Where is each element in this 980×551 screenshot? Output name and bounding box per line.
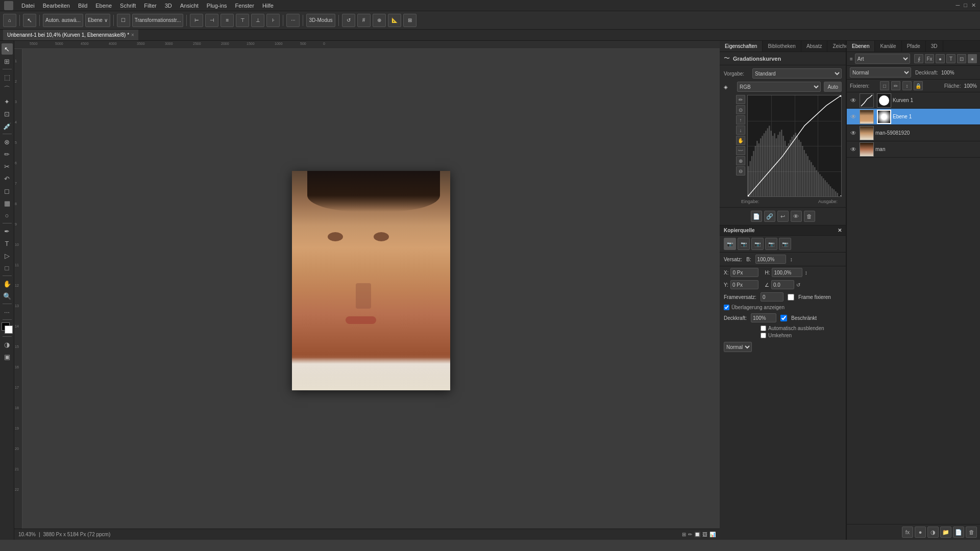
umkehren-checkbox[interactable] (761, 333, 766, 338)
more-tools-btn[interactable]: ··· (2, 306, 13, 317)
history-brush-tool[interactable]: ↶ (2, 173, 13, 184)
path-select-tool[interactable]: ▷ (2, 250, 13, 261)
layer-visibility-kurven[interactable]: 👁 (849, 96, 858, 105)
x-input[interactable] (730, 268, 758, 277)
add-mask-btn[interactable]: ● (915, 527, 926, 538)
auton-btn[interactable]: Auton. auswä... (43, 14, 83, 27)
menu-hilfe[interactable]: Hilfe (262, 3, 274, 9)
curves-tool-4[interactable]: ↓ (736, 126, 745, 135)
lock-all[interactable]: 🔒 (914, 81, 923, 90)
align-top-btn[interactable]: ⊤ (236, 14, 249, 27)
kop-btn-1[interactable]: 📷 (724, 238, 736, 250)
y-input[interactable] (730, 280, 758, 289)
channel-select[interactable]: RGB (737, 82, 821, 92)
lock-trans[interactable]: □ (880, 81, 889, 90)
dodge-tool[interactable]: ○ (2, 210, 13, 221)
kop-btn-3[interactable]: 📷 (751, 238, 764, 250)
transform-btn[interactable]: Transformationsstr... (132, 14, 184, 27)
new-adj-btn[interactable]: ◑ (927, 527, 939, 538)
marquee-tool[interactable]: ⬚ (2, 71, 13, 83)
frameversatz-input[interactable] (761, 292, 783, 302)
auto-btn[interactable]: Auto (824, 82, 842, 92)
curves-tool-6[interactable]: 〰 (736, 146, 745, 155)
statusbar-btn4[interactable]: 🖼 (702, 532, 707, 537)
move-tool[interactable]: ↖ (2, 43, 13, 55)
curves-tool-1[interactable]: ✏ (736, 95, 745, 104)
menu-3d[interactable]: 3D (165, 3, 172, 9)
vorgabe-select[interactable]: Standard (752, 68, 842, 79)
angle-reset[interactable]: ↺ (796, 282, 800, 288)
home-button[interactable]: ⌂ (3, 14, 16, 27)
tab-ebenen[interactable]: Ebenen (847, 41, 875, 52)
menu-bearbeiten[interactable]: Bearbeiten (43, 3, 70, 9)
curves-tool-7[interactable]: ⊕ (736, 156, 745, 165)
curves-tool-3[interactable]: ↑ (736, 115, 745, 124)
screen-mode-btn[interactable]: ▣ (2, 351, 13, 362)
curves-graph[interactable] (747, 95, 842, 197)
canvas-area[interactable] (22, 57, 720, 548)
menu-filter[interactable]: Filter (144, 3, 156, 9)
window-minimize[interactable]: ─ (956, 2, 960, 9)
layer-item-man59[interactable]: 👁 man-59081920 (847, 125, 980, 141)
uberlagerung-checkbox[interactable] (724, 305, 729, 310)
quick-mask-btn[interactable]: ◑ (2, 339, 13, 350)
snap-btn[interactable]: ⊕ (373, 14, 386, 27)
filter-btn-1[interactable]: ∮ (914, 54, 923, 63)
document-tab[interactable]: Unbenannt-1 bei 10,4% (Kurven 1, Ebenenm… (3, 30, 138, 40)
menu-ansicht[interactable]: Ansicht (180, 3, 199, 9)
statusbar-btn2[interactable]: ✏ (688, 532, 692, 537)
move-tool-btn[interactable]: ↖ (23, 14, 36, 27)
kop-btn-2[interactable]: 📷 (738, 238, 750, 250)
beschrankt-checkbox[interactable] (780, 315, 787, 321)
3d-mode-btn[interactable]: 3D-Modus (306, 14, 335, 27)
curves-tool-5[interactable]: ✋ (736, 136, 745, 145)
layer-item-ebene1[interactable]: 👁 Ebene 1 (847, 109, 980, 125)
foreground-color[interactable] (2, 322, 13, 334)
delete-layer-btn[interactable]: 🗑 (966, 527, 977, 538)
lasso-tool[interactable]: ⌒ (2, 84, 13, 95)
window-close[interactable]: ✕ (971, 2, 976, 9)
icon-btn-4[interactable]: 👁 (791, 211, 802, 222)
layer-item-kurven[interactable]: 👁 Kurven 1 (847, 92, 980, 109)
quick-select-tool[interactable]: ✦ (2, 96, 13, 107)
statusbar-btn5[interactable]: 📊 (709, 532, 716, 537)
window-maximize[interactable]: □ (964, 2, 967, 9)
deckkraft-input[interactable] (751, 313, 776, 322)
brush-tool[interactable]: ✏ (2, 148, 13, 160)
icon-btn-2[interactable]: 🔗 (764, 211, 775, 222)
curves-tool-8[interactable]: ⊖ (736, 166, 745, 176)
h-input[interactable] (772, 268, 802, 277)
normal-select[interactable]: Normal (724, 342, 752, 352)
hand-tool[interactable]: ✋ (2, 278, 13, 289)
checkbox-btn[interactable]: ☐ (117, 14, 130, 27)
layer-visibility-ebene1[interactable]: 👁 (849, 112, 858, 121)
b-stepper[interactable]: ↕ (790, 256, 793, 262)
measure-btn[interactable]: 📐 (388, 14, 401, 27)
new-layer-btn[interactable]: 📄 (953, 527, 964, 538)
kopierquelle-collapse[interactable]: ✕ (838, 228, 842, 233)
tab-close-btn[interactable]: × (131, 32, 134, 38)
filter-btn-3[interactable]: ● (936, 54, 945, 63)
tab-absatz[interactable]: Absatz (801, 41, 828, 52)
tab-eigenschaften[interactable]: Eigenschaften (720, 41, 763, 52)
fx-btn[interactable]: fx (902, 527, 913, 538)
menu-plugins[interactable]: Plug-ins (207, 3, 227, 9)
statusbar-btn3[interactable]: 🔲 (694, 532, 700, 537)
filter-btn-5[interactable]: ⊡ (957, 54, 966, 63)
curves-tool-2[interactable]: ⊙ (736, 105, 745, 114)
layer-item-man[interactable]: 👁 man (847, 141, 980, 158)
align-center-btn[interactable]: ⊣ (205, 14, 218, 27)
lock-pixel[interactable]: ✏ (891, 81, 900, 90)
icon-btn-5[interactable]: 🗑 (804, 211, 815, 222)
kop-btn-4[interactable]: 📷 (765, 238, 777, 250)
rotate-btn[interactable]: ↺ (342, 14, 355, 27)
layer-visibility-man[interactable]: 👁 (849, 145, 858, 154)
zoom-tool[interactable]: 🔍 (2, 290, 13, 302)
eraser-tool[interactable]: ◻ (2, 185, 13, 196)
filter-select[interactable]: Art (855, 54, 910, 64)
blend-mode-select[interactable]: Normal (850, 67, 911, 78)
icon-btn-3[interactable]: ↩ (777, 211, 789, 222)
grid-btn[interactable]: # (357, 14, 371, 27)
filter-on-off[interactable]: ● (968, 54, 977, 63)
crop-tool[interactable]: ⊡ (2, 108, 13, 119)
